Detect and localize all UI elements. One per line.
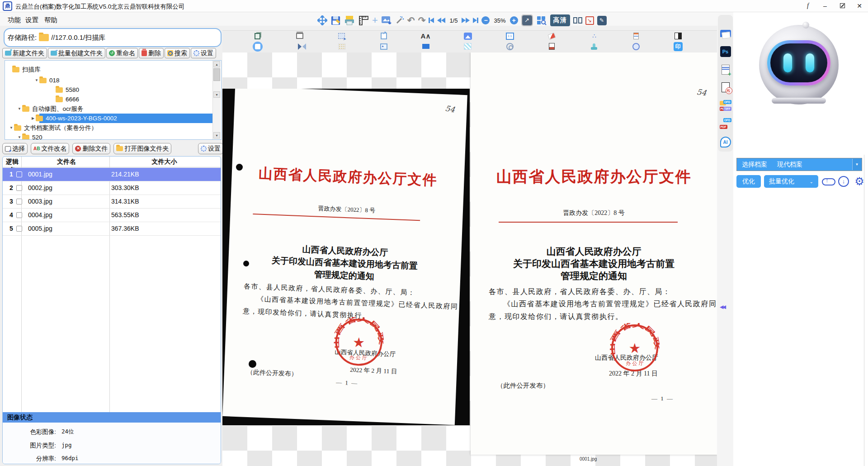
image-viewer[interactable]: 54 山西省人民政府办公厅文件 晋政办发〔2022〕8 号 山西省人民政府办公厅… [222,52,717,466]
font-tool-icon[interactable]: A∧ [405,32,447,40]
hatch-pattern-icon[interactable] [447,43,489,50]
scroll-thumb[interactable] [213,68,220,81]
document-preview-icon[interactable] [615,33,657,39]
row-checkbox[interactable] [16,171,22,177]
stamp-icon[interactable] [573,43,615,50]
pan-tool-button[interactable]: ↗ [521,14,533,26]
edit-icon[interactable]: ✎ [597,16,607,25]
batch-optimize-button[interactable]: 批量优化⌄ [764,175,818,188]
settings-button[interactable]: 设置 [191,48,216,58]
measure-icon[interactable] [358,14,369,26]
chevron-down-icon[interactable]: ▼ [9,126,14,130]
pin-icon[interactable]: f [803,1,813,10]
delete-file-button[interactable]: ✕删除文件 [72,143,110,154]
chevron-right-icon[interactable]: ▶ [30,116,36,120]
one-to-one-icon[interactable]: 1:1 [489,33,531,40]
batch-create-folder-button[interactable]: 批量创建文件夹 [48,48,105,58]
menu-function[interactable]: 功能 [5,15,24,25]
scroll-down-icon[interactable]: ▼ [213,91,220,98]
cloud-upload-icon[interactable] [821,175,834,188]
col-file-size[interactable]: 文件大小 [111,158,217,166]
panel-scroll-track[interactable] [864,155,864,466]
document-check-icon[interactable] [719,81,731,93]
tree-item-520[interactable]: ▼520 [17,133,42,140]
download-icon[interactable]: ↓ [837,175,850,188]
tree-item-ocr[interactable]: ▼自动修图、ocr服务 [17,104,83,114]
archive-select[interactable]: 选择档案 现代档案 ▼ [736,158,862,171]
row-checkbox[interactable] [16,199,22,204]
rename-file-button[interactable]: AB文件改名 [31,143,69,154]
tree-item-400ws-selected[interactable]: ▶400-ws-2023-Y-BGS-0002 [30,114,117,123]
minimize-button[interactable]: – [820,1,830,10]
next-page-icon[interactable] [462,14,470,26]
select-button[interactable]: 选择 [2,143,28,154]
resize-canvas-icon[interactable] [363,33,405,39]
fill-rect-icon[interactable] [405,44,447,49]
optimize-button[interactable]: 优化 [736,175,761,188]
undo-icon[interactable]: ↶ [407,14,415,26]
tree-item-root[interactable]: 扫描库 [12,65,41,74]
target-icon[interactable] [489,43,531,50]
chevron-down-icon[interactable]: ▼ [17,107,22,111]
copy-pages-icon[interactable] [236,33,278,39]
chevron-down-icon[interactable]: ▼ [34,78,39,82]
chevron-down-icon[interactable]: ▼ [17,135,22,139]
ofd-tiff-convert-icon[interactable]: OFDPDFTIFF [719,99,731,111]
move-tool-icon[interactable] [317,14,327,26]
zoom-in-icon[interactable]: + [510,16,518,24]
scan-device-icon[interactable] [278,33,321,39]
select-region-icon[interactable] [321,33,363,39]
close-button[interactable]: ✕ [854,1,864,10]
menu-help[interactable]: 帮助 [42,15,60,25]
ai-assistant-icon[interactable]: AI [719,136,731,148]
chevron-down-icon[interactable]: ▼ [852,159,861,170]
dot-grid-icon[interactable] [321,43,363,50]
scroll-up-icon[interactable]: ▲ [213,61,220,67]
row-checkbox[interactable] [16,226,22,232]
flip-icon[interactable] [278,43,321,50]
photoshop-icon[interactable]: Ps [719,45,731,57]
table-row-2[interactable]: 2 0002.jpg 303.30KB [3,181,221,195]
scanner-icon[interactable] [719,27,731,39]
table-row-5[interactable]: 5 0005.jpg 367.36KB [3,222,221,236]
tree-item-wenshu[interactable]: ▼文书档案测试（案卷分件） [9,123,97,133]
eraser-icon[interactable] [531,33,573,39]
magic-wand-icon[interactable] [395,14,404,26]
export-image-icon[interactable] [381,14,392,26]
row-checkbox[interactable] [16,185,22,191]
image-tool-icon[interactable] [447,33,489,40]
ppt-export-icon[interactable] [531,43,573,50]
file-settings-button[interactable]: 设置 [198,143,223,154]
redo-icon[interactable]: ↷ [418,14,426,26]
tree-item-5580[interactable]: 5580 [56,85,79,95]
search-button[interactable]: 搜索 [165,48,190,58]
despeckle-icon[interactable]: ∴ [573,33,615,39]
zoom-out-icon[interactable]: − [481,16,490,24]
print-icon[interactable] [344,14,355,26]
last-page-icon[interactable] [473,14,478,26]
fullscreen-icon[interactable]: ↘ [585,16,594,25]
rename-button[interactable]: ↺重命名 [106,48,138,58]
scanned-page-original[interactable]: 54 山西省人民政府办公厅文件 晋政办发〔2022〕8 号 山西省人民政府办公厅… [222,89,470,425]
image-edit-selected-icon[interactable] [236,42,278,52]
thumbnail-grid-icon[interactable] [536,14,547,26]
add-document-icon[interactable] [719,63,731,76]
scanned-page-processed[interactable]: 54 山西省人民政府办公厅文件 晋政办发〔2022〕8 号 山西省人民政府办公厅… [471,52,717,455]
table-row-3[interactable]: 3 0003.jpg 314.31KB [3,195,221,209]
tree-item-018[interactable]: ▼018 [34,76,60,85]
new-folder-button[interactable]: 新建文件夹 [2,48,47,58]
menu-settings[interactable]: 设置 [23,15,41,25]
table-row-1[interactable]: 1 0001.jpg 214.21KB [3,168,221,181]
scroll-down-icon[interactable]: ▼ [213,132,220,138]
col-file-name[interactable]: 文件名 [22,158,111,166]
circle-tool-icon[interactable] [615,43,657,50]
open-image-folder-button[interactable]: 打开图像文件夹 [113,143,171,154]
previous-page-icon[interactable] [437,14,445,26]
delete-button[interactable]: 删除 [139,48,164,58]
hd-button[interactable]: 高清 [550,14,570,26]
storage-path-box[interactable]: 存储路径: //127.0.0.1/扫描库 [4,28,222,47]
maximize-button[interactable] [837,1,847,10]
save-icon[interactable] [330,14,341,26]
first-page-icon[interactable] [429,14,434,26]
seal-print-icon[interactable]: 印 [657,42,699,51]
